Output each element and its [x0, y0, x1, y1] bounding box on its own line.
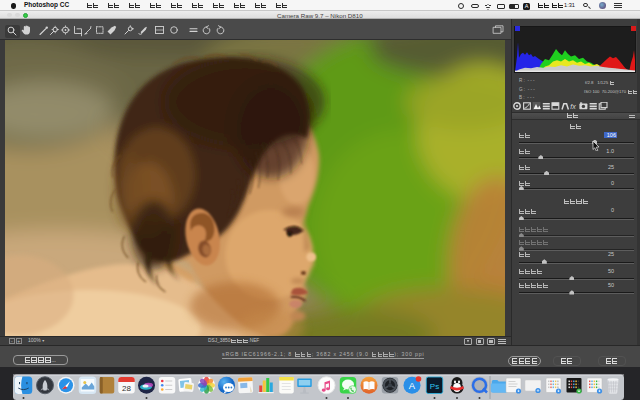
svg-text:Ps: Ps [430, 382, 439, 391]
svg-text:A: A [409, 380, 416, 391]
svg-text:28: 28 [122, 384, 131, 393]
svg-text:fx: fx [570, 102, 576, 109]
